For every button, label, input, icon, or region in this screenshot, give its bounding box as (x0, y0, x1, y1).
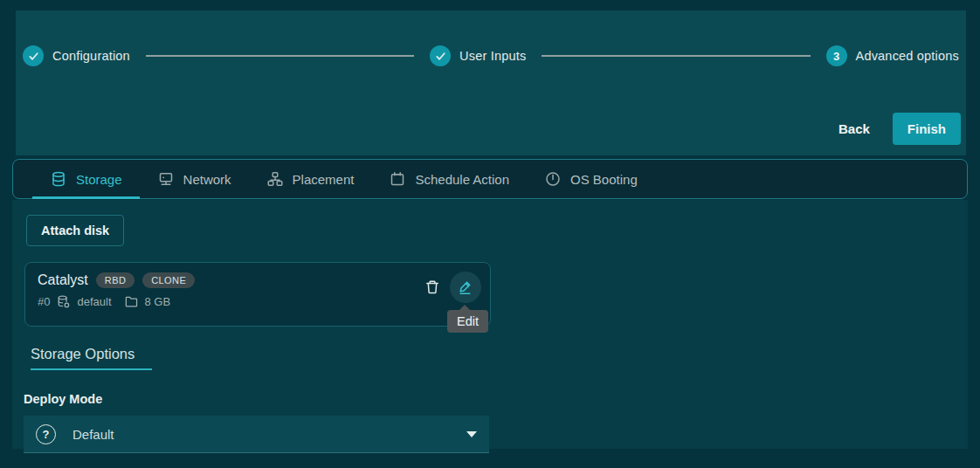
step-user-inputs[interactable]: User Inputs (430, 45, 526, 66)
tab-label: Network (183, 172, 231, 187)
step-number-badge: 3 (826, 45, 847, 66)
advanced-options-tab-bar: Storage Network Placement (12, 159, 968, 199)
step-label: Configuration (52, 49, 130, 63)
wizard-stepper: Configuration User Inputs 3 Advanced opt… (16, 10, 966, 66)
back-button[interactable]: Back (825, 113, 884, 145)
help-icon[interactable]: ? (36, 424, 56, 444)
storage-options-section: Storage Options (12, 327, 968, 370)
database-icon (50, 170, 67, 188)
tab-label: Schedule Action (415, 172, 509, 187)
step-complete-check-icon (430, 45, 451, 66)
step-complete-check-icon (23, 45, 44, 66)
disk-name: Catalyst (38, 272, 88, 288)
calendar-icon (389, 170, 406, 188)
section-title: Storage Options (31, 346, 152, 370)
step-configuration[interactable]: Configuration (23, 45, 130, 66)
chevron-down-icon (466, 431, 477, 437)
storage-tab-content: Attach disk Catalyst RBD CLONE #0 defaul… (12, 200, 968, 449)
stepper-connector (542, 55, 810, 57)
folder-icon (124, 294, 139, 309)
step-advanced-options[interactable]: 3 Advanced options (826, 45, 959, 66)
step-number: 3 (833, 50, 839, 63)
deploy-mode-value: Default (72, 427, 114, 442)
disk-actions (417, 272, 481, 303)
disk-meta-row: #0 default 8 GB (38, 294, 478, 309)
storage-pool-icon (56, 294, 71, 309)
tab-label: Placement (293, 172, 355, 187)
tab-label: Storage (76, 172, 122, 187)
tab-os-booting[interactable]: OS Booting (527, 160, 655, 198)
disk-card[interactable]: Catalyst RBD CLONE #0 default (24, 262, 491, 327)
delete-disk-button[interactable] (417, 272, 448, 303)
step-label: User Inputs (459, 49, 526, 63)
edit-disk-button[interactable] (450, 272, 481, 303)
disk-size: 8 GB (145, 295, 171, 308)
deploy-mode-select[interactable]: ? Default (24, 416, 489, 453)
wizard-footer-actions: Back Finish (16, 113, 966, 155)
tab-network[interactable]: Network (140, 160, 249, 198)
disk-title-row: Catalyst RBD CLONE (38, 272, 478, 288)
power-icon (544, 170, 562, 188)
disk-pool: default (77, 295, 111, 308)
attach-disk-button[interactable]: Attach disk (26, 215, 124, 246)
stepper-connector (146, 55, 414, 57)
pencil-icon (457, 279, 474, 296)
step-label: Advanced options (856, 49, 959, 63)
sitemap-icon (266, 170, 284, 188)
edit-tooltip: Edit (447, 310, 488, 333)
deploy-mode-label: Deploy Mode (24, 392, 968, 406)
disk-clone-badge: CLONE (142, 272, 195, 288)
network-icon (157, 170, 175, 188)
disk-index: #0 (38, 295, 50, 308)
tab-storage[interactable]: Storage (32, 160, 140, 198)
trash-icon (424, 279, 441, 296)
wizard-header-panel: Configuration User Inputs 3 Advanced opt… (16, 10, 966, 155)
tab-schedule-action[interactable]: Schedule Action (371, 160, 527, 198)
tab-label: OS Booting (570, 172, 638, 187)
disk-type-badge: RBD (96, 272, 135, 288)
finish-button[interactable]: Finish (893, 113, 961, 145)
tab-placement[interactable]: Placement (249, 160, 372, 198)
